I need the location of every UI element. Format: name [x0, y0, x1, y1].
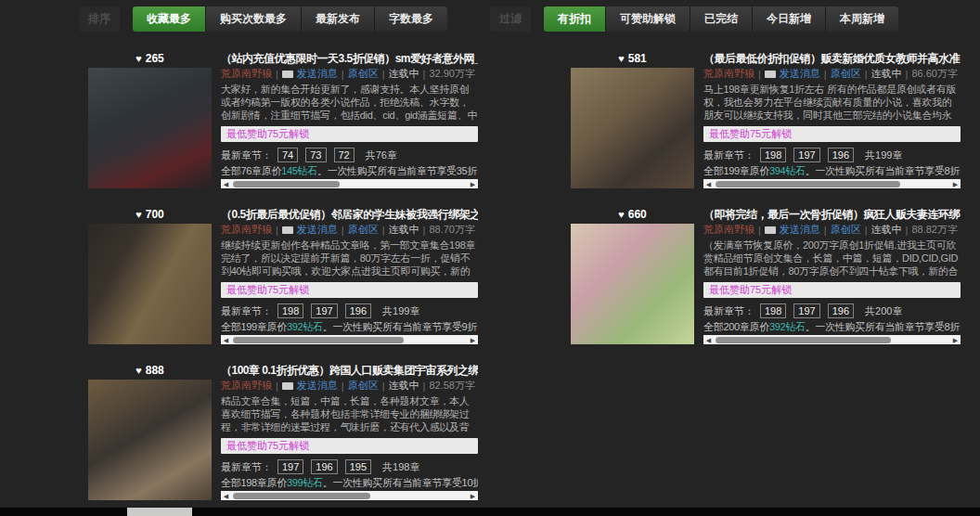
chapter-button[interactable]: 73 — [305, 148, 326, 162]
card-title[interactable]: （站内充值优惠限时一天3.5折促销）sm爱好者意外网_ — [221, 51, 478, 67]
chapter-button[interactable]: 196 — [828, 148, 854, 162]
bottom-taskbar — [0, 508, 980, 516]
scrollbar-track[interactable] — [714, 179, 950, 188]
chapter-button[interactable]: 196 — [828, 303, 854, 318]
latest-chapters-label: 最新章节： — [221, 304, 272, 318]
card-title[interactable]: （100章 0.1折折优惠）跨国人口贩卖集团宇宙系列之绑 — [221, 363, 478, 379]
card-thumbnail[interactable] — [88, 68, 212, 188]
chapter-button[interactable]: 197 — [793, 303, 819, 318]
scroll-left-icon[interactable]: ◀ — [703, 335, 714, 344]
price-original-diamonds[interactable]: 392钻石 — [287, 321, 323, 332]
chapter-button[interactable]: 198 — [277, 303, 303, 318]
scrollbar-thumb[interactable] — [233, 181, 340, 187]
card-title[interactable]: （0.5折最后最优促销）邻居家的学生妹被我强行绑架之 — [221, 207, 478, 223]
card-grid: ♥ 265 （站内充值优惠限时一天3.5折促销）sm爱好者意外网_ 荒原南野狼 … — [88, 51, 961, 500]
price-discount-text: 。一次性购买所有当前章节享受10折。折扣价 — [323, 477, 478, 488]
price-original-diamonds[interactable]: 399钻石 — [287, 477, 323, 488]
category-link[interactable]: 原创区 — [348, 379, 379, 393]
scroll-left-icon[interactable]: ◀ — [221, 491, 231, 500]
filter-completed-button[interactable]: 已完结 — [690, 6, 753, 32]
scroll-right-icon[interactable]: ▶ — [950, 335, 961, 344]
scroll-left-icon[interactable]: ◀ — [703, 179, 714, 188]
author-link[interactable]: 荒原南野狼 — [703, 223, 754, 237]
author-link[interactable]: 荒原南野狼 — [703, 67, 754, 81]
scroll-left-icon[interactable]: ◀ — [221, 179, 231, 188]
author-link[interactable]: 荒原南野狼 — [221, 67, 272, 81]
card-thumbnail[interactable] — [571, 224, 694, 344]
scrollbar-thumb[interactable] — [233, 493, 370, 499]
chapter-button[interactable]: 196 — [345, 303, 371, 318]
favorites-count: ♥ 660 — [571, 207, 694, 222]
card-horizontal-scrollbar[interactable]: ◀ ▶ — [703, 335, 961, 344]
category-link[interactable]: 原创区 — [348, 67, 379, 81]
send-message-link[interactable]: 发送消息 — [780, 67, 820, 81]
send-message-link[interactable]: 发送消息 — [780, 223, 820, 237]
send-message-link[interactable]: 发送消息 — [297, 67, 338, 81]
chapter-button[interactable]: 72 — [334, 148, 355, 162]
chapters-total: 共198章 — [382, 460, 419, 474]
latest-chapters-label: 最新章节： — [221, 148, 272, 162]
filter-sponsor-unlock-button[interactable]: 可赞助解锁 — [606, 6, 690, 32]
sponsor-unlock-badge[interactable]: 最低赞助75元解锁 — [703, 126, 961, 142]
author-link[interactable]: 荒原南野狼 — [221, 379, 272, 393]
scroll-right-icon[interactable]: ▶ — [468, 491, 478, 500]
sponsor-unlock-badge[interactable]: 最低赞助75元解锁 — [703, 282, 961, 298]
sort-most-purchased-button[interactable]: 购买次数最多 — [206, 6, 302, 32]
chapter-button[interactable]: 198 — [760, 303, 786, 318]
chapter-button[interactable]: 74 — [277, 148, 298, 162]
sort-newest-button[interactable]: 最新发布 — [302, 6, 375, 32]
scrollbar-thumb[interactable] — [716, 337, 891, 343]
chapter-button[interactable]: 196 — [311, 459, 337, 474]
filter-new-this-week-button[interactable]: 本周新增 — [826, 6, 898, 32]
scroll-right-icon[interactable]: ▶ — [468, 179, 478, 188]
sponsor-unlock-badge[interactable]: 最低赞助75元解锁 — [221, 126, 478, 142]
card-title[interactable]: （即将完结，最后一次骨折促销）疯狂人贩夫妻连环绑 — [703, 207, 961, 223]
card-thumbnail[interactable] — [571, 68, 694, 188]
card-title[interactable]: （最后最低价折扣促销）贩卖新婚优质女教师并高水准 — [703, 51, 961, 67]
card-horizontal-scrollbar[interactable]: ◀ ▶ — [703, 179, 961, 188]
scrollbar-thumb[interactable] — [233, 337, 404, 343]
chapter-button[interactable]: 197 — [311, 303, 337, 318]
scroll-right-icon[interactable]: ▶ — [468, 335, 478, 344]
chapter-button[interactable]: 197 — [793, 148, 819, 162]
favorites-number: 265 — [146, 52, 164, 65]
sort-most-words-button[interactable]: 字数最多 — [375, 6, 447, 32]
filter-toolbar: 排序 收藏最多 购买次数最多 最新发布 字数最多 过滤 有折扣 可赞助解锁 已完… — [79, 6, 980, 31]
chapter-button[interactable]: 197 — [277, 459, 303, 474]
chapter-button[interactable]: 195 — [345, 459, 371, 474]
category-link[interactable]: 原创区 — [831, 223, 861, 237]
chapter-button[interactable]: 198 — [760, 148, 786, 162]
send-message-link[interactable]: 发送消息 — [297, 223, 338, 237]
price-prefix: 全部199章原价 — [703, 165, 769, 176]
card-description: 继续持续更新创作各种精品文章咯，第一部文章集合198章完结了，所以决定提前开新篇… — [221, 239, 478, 278]
price-original-diamonds[interactable]: 145钻石 — [281, 165, 317, 176]
category-link[interactable]: 原创区 — [831, 67, 861, 81]
scrollbar-thumb[interactable] — [716, 181, 900, 187]
taskbar-window-segment[interactable] — [127, 508, 192, 516]
latest-chapters-row: 最新章节： 198 197 196 共200章 — [703, 302, 961, 320]
price-original-diamonds[interactable]: 392钻石 — [769, 321, 806, 332]
card-thumbnail[interactable] — [88, 380, 212, 500]
page: 排序 收藏最多 购买次数最多 最新发布 字数最多 过滤 有折扣 可赞助解锁 已完… — [0, 0, 980, 516]
author-link[interactable]: 荒原南野狼 — [221, 223, 272, 237]
scrollbar-track[interactable] — [231, 179, 468, 188]
separator: | — [423, 381, 426, 392]
scrollbar-track[interactable] — [714, 335, 950, 344]
scrollbar-track[interactable] — [231, 491, 468, 500]
sort-most-collected-button[interactable]: 收藏最多 — [133, 6, 206, 32]
scroll-left-icon[interactable]: ◀ — [221, 335, 231, 344]
scroll-right-icon[interactable]: ▶ — [950, 179, 961, 188]
card-thumbnail[interactable] — [88, 224, 212, 344]
price-original-diamonds[interactable]: 394钻石 — [769, 165, 806, 176]
category-link[interactable]: 原创区 — [348, 223, 379, 237]
sponsor-unlock-badge[interactable]: 最低赞助75元解锁 — [221, 438, 478, 454]
filter-discounted-button[interactable]: 有折扣 — [544, 6, 606, 32]
send-message-link[interactable]: 发送消息 — [297, 379, 338, 393]
card-horizontal-scrollbar[interactable]: ◀ ▶ — [221, 335, 478, 344]
card-horizontal-scrollbar[interactable]: ◀ ▶ — [221, 491, 478, 500]
card-horizontal-scrollbar[interactable]: ◀ ▶ — [221, 179, 478, 188]
scrollbar-track[interactable] — [231, 335, 468, 344]
filter-new-today-button[interactable]: 今日新增 — [753, 6, 826, 32]
sponsor-unlock-badge[interactable]: 最低赞助75元解锁 — [221, 282, 478, 298]
favorites-number: 888 — [146, 364, 164, 377]
